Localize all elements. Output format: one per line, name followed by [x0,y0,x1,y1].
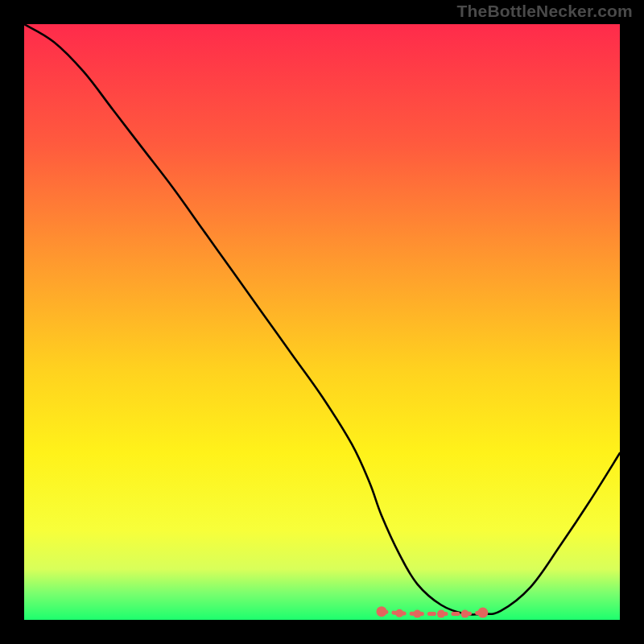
highlight-dot [437,610,445,618]
bottleneck-chart [0,0,644,644]
highlight-dot [477,608,488,618]
chart-frame: { "attribution": "TheBottleNecker.com", … [0,0,644,644]
highlight-dot [413,610,421,618]
highlight-dot [461,610,469,618]
highlight-dot [395,609,403,617]
gradient-background [24,24,620,620]
highlight-dot [377,606,387,617]
